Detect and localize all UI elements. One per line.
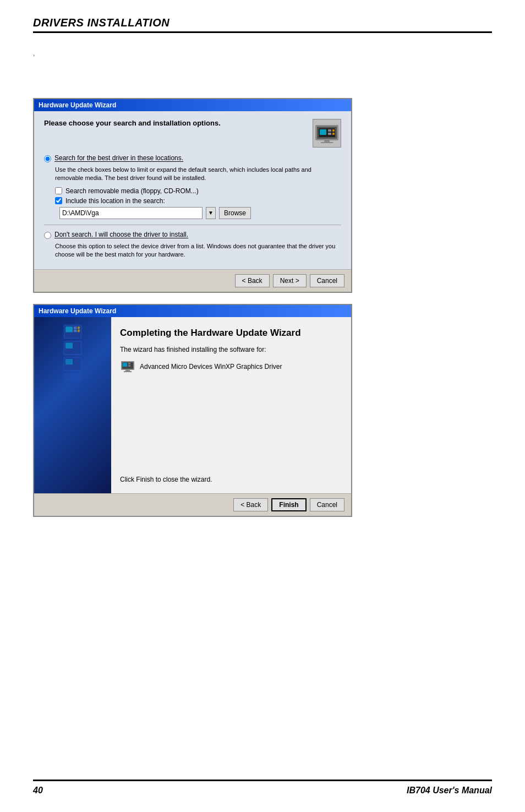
wizard2-body: Completing the Hardware Update Wizard Th… <box>34 317 351 493</box>
radio1-option: Search for the best driver in these loca… <box>44 154 341 162</box>
wizard1-content: Search for the best driver in these loca… <box>44 154 341 259</box>
svg-rect-9 <box>321 142 333 143</box>
wizard1-header-row: Please choose your search and installati… <box>44 119 341 148</box>
wizard1-cancel-button[interactable]: Cancel <box>310 274 344 287</box>
dropdown-arrow[interactable]: ▼ <box>206 207 216 219</box>
wizard1-icon-box <box>313 119 341 148</box>
svg-rect-29 <box>125 370 130 371</box>
svg-rect-4 <box>328 129 331 132</box>
driver-name-text: Advanced Micro Devices WinXP Graphics Dr… <box>140 363 282 370</box>
radio1-subtext: Use the check boxes below to limit or ex… <box>55 166 341 183</box>
path-input[interactable] <box>59 207 203 219</box>
svg-rect-5 <box>328 133 331 135</box>
wizard1-back-button[interactable]: < Back <box>235 274 270 287</box>
wizard2-back-button[interactable]: < Back <box>233 498 268 511</box>
wizard2-left-inner <box>34 317 111 493</box>
wizard2-dialog: Hardware Update Wizard <box>33 304 352 517</box>
radio1-input[interactable] <box>44 155 51 162</box>
checkbox2-label: Include this location in the search: <box>65 197 165 205</box>
intro-comma: , <box>33 50 35 57</box>
hardware-icon <box>314 121 340 146</box>
intro-text: , <box>33 50 492 94</box>
wizard2-finish-text: Click Finish to close the wizard. <box>120 476 342 483</box>
wizard1-footer: < Back Next > Cancel <box>34 269 351 292</box>
page-title: DRIVERS INSTALLATION <box>33 17 492 29</box>
svg-rect-7 <box>332 133 335 135</box>
radio2-label: Don't search. I will choose the driver t… <box>54 231 188 238</box>
footer-page-number: 40 <box>33 786 43 795</box>
checkbox2-input[interactable] <box>55 197 62 204</box>
wizard2-left-panel <box>34 317 111 493</box>
svg-rect-16 <box>78 329 80 331</box>
svg-rect-26 <box>123 363 127 367</box>
page-header: DRIVERS INSTALLATION <box>33 17 492 44</box>
radio1-label: Search for the best driver in these loca… <box>54 154 183 162</box>
wizard2-finish-button[interactable]: Finish <box>271 498 306 511</box>
svg-rect-13 <box>74 326 77 329</box>
wizard1-next-button[interactable]: Next > <box>273 274 307 287</box>
wizard1-titlebar: Hardware Update Wizard <box>34 99 351 111</box>
wizard2-footer: < Back Finish Cancel <box>34 493 351 516</box>
svg-rect-22 <box>65 359 73 364</box>
wizard2-right-panel: Completing the Hardware Update Wizard Th… <box>111 317 351 493</box>
checkbox1-row: Search removable media (floppy, CD-ROM..… <box>55 187 341 195</box>
wizard1-header-text: Please choose your search and installati… <box>44 119 221 127</box>
radio2-subtext: Choose this option to select the device … <box>55 242 341 259</box>
svg-rect-23 <box>64 373 82 381</box>
checkbox1-input[interactable] <box>55 187 62 194</box>
svg-rect-6 <box>332 129 335 132</box>
page-footer: 40 IB704 User's Manual <box>33 780 492 795</box>
svg-rect-28 <box>128 365 130 367</box>
wizard2-desc: The wizard has finished installing the s… <box>120 346 342 353</box>
wizard1-dialog: Hardware Update Wizard Please choose you… <box>33 98 352 293</box>
svg-rect-8 <box>324 140 330 142</box>
wizard1-body: Please choose your search and installati… <box>34 111 351 269</box>
radio2-option: Don't search. I will choose the driver t… <box>44 231 341 239</box>
svg-rect-3 <box>320 129 326 135</box>
svg-rect-19 <box>65 342 73 348</box>
divider1 <box>44 225 341 225</box>
svg-rect-12 <box>65 326 73 332</box>
checkbox1-label: Search removable media (floppy, CD-ROM..… <box>65 187 199 195</box>
browse-button[interactable]: Browse <box>219 207 251 219</box>
svg-rect-14 <box>74 329 77 331</box>
svg-rect-27 <box>128 363 130 364</box>
header-rule <box>33 31 492 33</box>
svg-rect-30 <box>124 371 132 372</box>
radio2-input[interactable] <box>44 232 51 239</box>
wizard2-titlebar: Hardware Update Wizard <box>34 305 351 317</box>
driver-icon <box>120 359 135 374</box>
driver-row: Advanced Micro Devices WinXP Graphics Dr… <box>120 359 342 374</box>
path-row: ▼ Browse <box>59 207 341 219</box>
svg-rect-15 <box>78 326 80 329</box>
wizard2-title: Completing the Hardware Update Wizard <box>120 327 342 339</box>
wizard2-cancel-button[interactable]: Cancel <box>310 498 344 511</box>
footer-manual-title: IB704 User's Manual <box>407 786 492 795</box>
wizard2-decoration <box>42 323 103 383</box>
checkbox2-row: Include this location in the search: <box>55 197 341 205</box>
